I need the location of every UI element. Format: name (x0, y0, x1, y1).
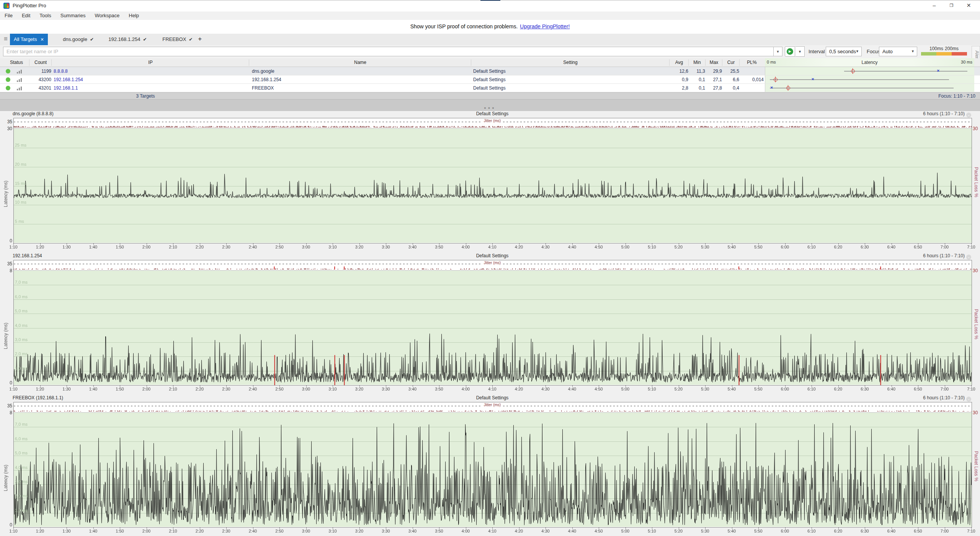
y-axis-max: 8 (0, 410, 12, 415)
x-tick-label: 3:20 (353, 245, 366, 249)
ip-cell[interactable]: 192.168.1.254 (54, 77, 83, 82)
history-icon[interactable] (17, 70, 22, 74)
gridline-label: 7,0 ms (15, 422, 28, 427)
x-tick-label: 3:30 (379, 387, 393, 391)
x-tick-label: 3:40 (406, 387, 420, 391)
ip-cell[interactable]: 8.8.8.8 (54, 69, 68, 74)
column-header-max[interactable]: Max (706, 60, 722, 65)
gridline-label: 3,0 ms (15, 337, 28, 342)
tab-all-targets[interactable]: All Targets✕ (10, 34, 48, 45)
play-button[interactable]: ▶ (785, 46, 795, 57)
x-tick-label: 5:00 (619, 529, 632, 533)
y2-axis-max: 30 (973, 268, 978, 273)
x-tick-label: 3:00 (299, 245, 313, 249)
legend-200ms-label: 200ms (940, 46, 963, 51)
table-row[interactable]: 11998.8.8.8dns.googleDefault Settings12,… (0, 67, 980, 75)
x-tick-label: 5:10 (645, 529, 659, 533)
timeline-plot[interactable]: 5 ms10 ms15 ms20 ms25 ms (14, 128, 972, 243)
column-header-ip[interactable]: IP (52, 60, 249, 65)
x-tick-label: 5:10 (645, 245, 659, 249)
avg-marker-icon (786, 86, 790, 90)
menu-item-edit[interactable]: Edit (17, 11, 35, 20)
column-header-setting[interactable]: Setting (472, 60, 669, 65)
x-tick-label: 4:10 (485, 387, 499, 391)
summary-bar: 3 Targets Focus: 1:10 - 7:10 (0, 92, 980, 99)
latency-axis-label: Latency (ms) (3, 169, 8, 207)
table-row[interactable]: 43200192.168.1.254192.168.1.254Default S… (0, 75, 980, 84)
tab-freebox[interactable]: FREEBOX✔ (158, 34, 196, 45)
time-range-select[interactable]: 6 hours (1:10 - 7:10)⌄ (780, 111, 971, 118)
focus-select[interactable]: Auto▼ (879, 47, 917, 56)
packet-loss-cell: 0,014 (740, 77, 764, 82)
graph-box: 1,0 ms2,0 ms3,0 ms4,0 ms5,0 ms6,0 ms7,0 … (13, 402, 972, 528)
latency-column-header[interactable]: 0 ms Latency 30 ms (765, 58, 974, 67)
close-button[interactable]: ✕ (960, 0, 977, 11)
x-tick-label: 5:50 (751, 529, 765, 533)
column-header-cur[interactable]: Cur (723, 60, 739, 65)
x-tick-label: 1:10 (7, 387, 20, 391)
target-input[interactable] (3, 47, 774, 56)
tab-menu-icon[interactable]: ≡ (4, 35, 8, 43)
column-header-avg[interactable]: Avg (670, 60, 688, 65)
menu-item-tools[interactable]: Tools (35, 11, 56, 20)
menu-item-file[interactable]: File (0, 11, 17, 20)
latency-trace-canvas[interactable] (14, 129, 972, 243)
timeline-plot[interactable]: 1,0 ms2,0 ms3,0 ms4,0 ms5,0 ms6,0 ms7,0 … (14, 412, 972, 527)
menu-item-help[interactable]: Help (124, 11, 144, 20)
x-tick-label: 2:00 (140, 245, 154, 249)
min-cell: 11,3 (689, 69, 705, 74)
cur-cell: 0,4 (723, 85, 739, 91)
latency-trace-canvas[interactable] (14, 271, 972, 385)
interval-label: Interval (808, 49, 825, 54)
tab-label: dns.google (63, 36, 87, 42)
latency-range-cell[interactable]: ✕ (765, 84, 974, 92)
x-tick-label: 3:10 (326, 387, 340, 391)
setting-cell[interactable]: Default Settings (473, 85, 506, 91)
tab-192.168.1.254[interactable]: 192.168.1.254✔ (105, 34, 150, 45)
latency-range-cell[interactable]: ✕ (765, 75, 974, 83)
column-header-count[interactable]: Count (30, 60, 51, 65)
x-tick-label: 2:30 (219, 387, 233, 391)
ip-cell[interactable]: 192.168.1.1 (54, 85, 78, 91)
menu-item-summaries[interactable]: Summaries (56, 11, 90, 20)
latency-range-cell[interactable]: ✕ (765, 67, 974, 75)
upgrade-link[interactable]: Upgrade PingPlotter! (520, 23, 570, 29)
target-dropdown-icon[interactable]: ▼ (773, 47, 782, 56)
latency-header-label: Latency (765, 60, 974, 65)
x-tick-label: 1:20 (33, 387, 47, 391)
tab-close-icon[interactable]: ✕ (40, 37, 44, 42)
history-icon[interactable] (17, 78, 22, 82)
timeline-plot[interactable]: 1,0 ms2,0 ms3,0 ms4,0 ms5,0 ms6,0 ms7,0 … (14, 270, 972, 385)
time-range-select[interactable]: 6 hours (1:10 - 7:10)⌄ (780, 253, 971, 260)
x-tick-label: 6:20 (831, 245, 845, 249)
minimize-button[interactable]: – (926, 0, 943, 11)
splitter-handle[interactable]: ●●● (479, 106, 501, 110)
column-header-pl[interactable]: PL% (740, 60, 764, 65)
latency-trace-canvas[interactable] (14, 413, 972, 527)
restore-button[interactable]: ❐ (943, 0, 960, 11)
tab-dns.google[interactable]: dns.google✔ (59, 34, 98, 45)
x-tick-label: 4:00 (459, 529, 473, 533)
tab-check-icon: ✔ (90, 37, 94, 42)
header-separator (669, 59, 670, 66)
setting-cell[interactable]: Default Settings (473, 69, 506, 74)
column-header-min[interactable]: Min (689, 60, 705, 65)
time-range-select[interactable]: 6 hours (1:10 - 7:10)⌄ (780, 395, 971, 402)
x-tick-label: 5:40 (725, 529, 739, 533)
column-header-status[interactable]: Status (3, 60, 30, 65)
x-tick-label: 3:00 (299, 529, 313, 533)
x-tick-label: 2:30 (219, 529, 233, 533)
jitter-scale-value: 35 (0, 119, 12, 124)
gridline-label: 2,0 ms (15, 351, 28, 356)
history-icon[interactable] (17, 87, 22, 90)
x-tick-label: 6:40 (885, 245, 898, 249)
y-axis-min: 0 (0, 522, 12, 528)
add-tab-button[interactable]: + (198, 35, 202, 43)
interval-select[interactable]: 0,5 seconds▼ (826, 47, 862, 56)
table-row[interactable]: 43201192.168.1.1FREEBOXDefault Settings2… (0, 84, 980, 92)
pane-splitter[interactable]: ●●● (0, 99, 980, 111)
play-dropdown-icon[interactable]: ▼ (795, 46, 805, 57)
menu-item-workspace[interactable]: Workspace (90, 11, 124, 20)
column-header-name[interactable]: Name (250, 60, 471, 65)
setting-cell[interactable]: Default Settings (473, 77, 506, 82)
